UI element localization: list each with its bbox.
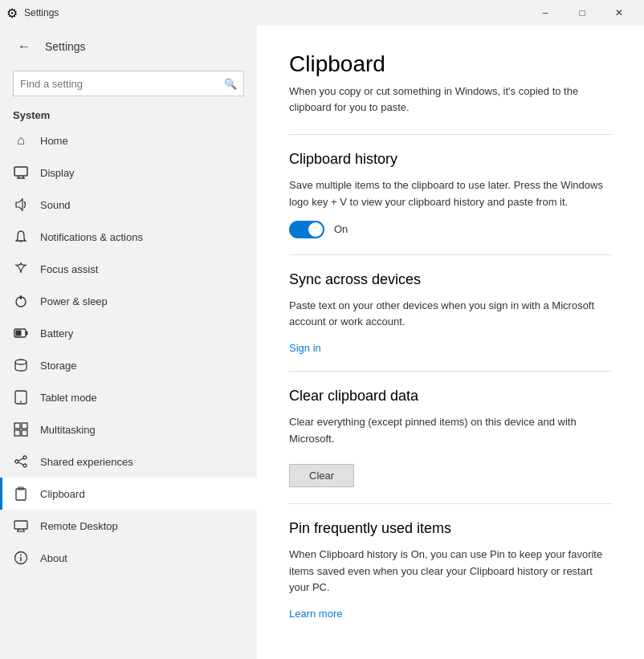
- svg-rect-0: [14, 167, 27, 176]
- nav-label-about: About: [40, 552, 67, 564]
- nav-label-tablet: Tablet mode: [40, 392, 97, 404]
- notifications-icon: [13, 229, 29, 245]
- nav-item-display[interactable]: Display: [0, 157, 257, 189]
- search-input[interactable]: [20, 78, 219, 90]
- nav-label-display: Display: [40, 167, 75, 179]
- display-icon: [13, 165, 29, 181]
- clear-button[interactable]: Clear: [289, 464, 354, 487]
- main-layout: ← Settings 🔍 System ⌂ Home Display Sound: [0, 26, 644, 659]
- search-icon: 🔍: [224, 78, 237, 90]
- title-bar-controls: – □ ✕: [527, 0, 638, 26]
- system-section-label: System: [0, 103, 257, 124]
- sidebar-app-title: Settings: [45, 40, 86, 53]
- maximize-button[interactable]: □: [564, 0, 601, 26]
- svg-rect-23: [16, 489, 26, 500]
- nav-item-tablet[interactable]: Tablet mode: [0, 381, 257, 413]
- svg-point-20: [23, 464, 26, 467]
- home-icon: ⌂: [13, 132, 29, 148]
- sound-icon: [13, 197, 29, 213]
- nav-item-storage[interactable]: Storage: [0, 349, 257, 381]
- power-icon: [13, 293, 29, 309]
- nav-item-battery[interactable]: Battery: [0, 317, 257, 349]
- sidebar-header: ← Settings: [0, 26, 257, 67]
- nav-label-focus: Focus assist: [40, 263, 98, 275]
- divider-3: [289, 371, 612, 372]
- sign-in-link[interactable]: Sign in: [289, 342, 321, 354]
- title-bar-title: Settings: [24, 7, 527, 18]
- title-bar-icon: ⚙: [6, 6, 18, 21]
- svg-line-21: [18, 458, 23, 461]
- nav-label-storage: Storage: [40, 360, 77, 372]
- nav-label-clipboard: Clipboard: [40, 488, 85, 500]
- section-clear-title: Clear clipboard data: [289, 388, 612, 405]
- nav-item-home[interactable]: ⌂ Home: [0, 124, 257, 157]
- section-history-desc: Save multiple items to the clipboard to …: [289, 177, 612, 211]
- nav-label-remote: Remote Desktop: [40, 520, 118, 532]
- toggle-on-label: On: [334, 223, 348, 235]
- nav-label-home: Home: [40, 135, 68, 147]
- nav-item-remote[interactable]: Remote Desktop: [0, 510, 257, 542]
- nav-label-power: Power & sleep: [40, 295, 108, 307]
- svg-point-31: [20, 555, 22, 556]
- remote-icon: [13, 518, 29, 534]
- svg-rect-25: [14, 521, 27, 529]
- svg-rect-16: [14, 430, 20, 436]
- about-icon: [13, 550, 29, 566]
- focus-icon: [13, 261, 29, 277]
- nav-label-notifications: Notifications & actions: [40, 231, 143, 243]
- close-button[interactable]: ✕: [601, 0, 638, 26]
- nav-item-about[interactable]: About: [0, 542, 257, 574]
- sidebar: ← Settings 🔍 System ⌂ Home Display Sound: [0, 26, 257, 659]
- svg-rect-10: [16, 331, 22, 336]
- nav-label-multitasking: Multitasking: [40, 424, 96, 436]
- toggle-knob: [308, 222, 323, 237]
- svg-point-13: [20, 401, 22, 403]
- page-title: Clipboard: [289, 51, 612, 77]
- nav-item-shared[interactable]: Shared experiences: [0, 445, 257, 478]
- svg-rect-17: [22, 430, 27, 436]
- nav-label-shared: Shared experiences: [40, 456, 133, 468]
- multitasking-icon: [13, 421, 29, 437]
- svg-line-22: [18, 462, 23, 465]
- page-subtitle: When you copy or cut something in Window…: [289, 83, 612, 115]
- back-button[interactable]: ←: [13, 35, 35, 58]
- svg-rect-9: [26, 332, 28, 336]
- divider-1: [289, 134, 612, 135]
- section-sync-title: Sync across devices: [289, 271, 612, 288]
- svg-point-18: [23, 456, 26, 459]
- nav-item-power[interactable]: Power & sleep: [0, 285, 257, 317]
- section-history-title: Clipboard history: [289, 151, 612, 168]
- clipboard-icon: [13, 486, 29, 502]
- title-bar: ⚙ Settings – □ ✕: [0, 0, 644, 26]
- svg-marker-4: [16, 199, 22, 210]
- section-sync-desc: Paste text on your other devices when yo…: [289, 298, 612, 332]
- nav-item-sound[interactable]: Sound: [0, 189, 257, 221]
- svg-rect-15: [22, 423, 27, 429]
- clipboard-history-toggle[interactable]: [289, 221, 324, 238]
- divider-4: [289, 503, 612, 504]
- clipboard-history-toggle-row: On: [289, 221, 612, 238]
- nav-item-multitasking[interactable]: Multitasking: [0, 413, 257, 445]
- learn-more-link[interactable]: Learn more: [289, 608, 342, 620]
- content-area: Clipboard When you copy or cut something…: [257, 26, 644, 659]
- shared-icon: [13, 454, 29, 470]
- tablet-icon: [13, 389, 29, 405]
- section-pin-title: Pin frequently used items: [289, 520, 612, 537]
- section-pin-desc: When Clipboard history is On, you can us…: [289, 547, 612, 596]
- nav-item-notifications[interactable]: Notifications & actions: [0, 221, 257, 253]
- nav-item-clipboard[interactable]: Clipboard: [0, 478, 257, 510]
- svg-point-19: [15, 460, 18, 463]
- svg-rect-14: [14, 423, 20, 429]
- battery-icon: [13, 325, 29, 341]
- nav-item-focus[interactable]: Focus assist: [0, 253, 257, 285]
- minimize-button[interactable]: –: [527, 0, 564, 26]
- nav-label-battery: Battery: [40, 327, 73, 340]
- section-clear-desc: Clear everything (except pinned items) o…: [289, 414, 612, 448]
- nav-label-sound: Sound: [40, 199, 71, 211]
- storage-icon: [13, 357, 29, 373]
- svg-point-11: [15, 360, 26, 364]
- divider-2: [289, 254, 612, 255]
- search-box[interactable]: 🔍: [13, 71, 244, 96]
